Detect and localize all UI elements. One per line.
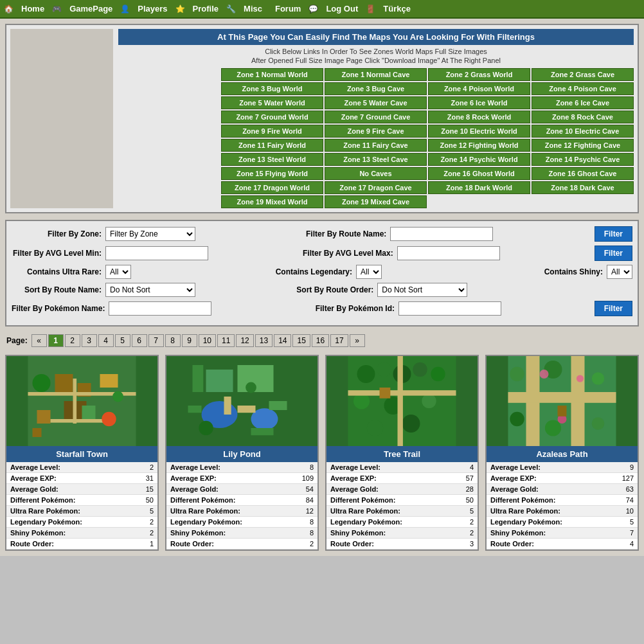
zone-btn[interactable]: Zone 10 Electric World [428, 125, 530, 138]
zone-btn[interactable]: Zone 3 Bug Cave [325, 82, 427, 95]
svg-point-47 [592, 372, 605, 385]
nav-logout[interactable]: Log Out [321, 1, 363, 16]
zone-btn[interactable]: Zone 2 Grass World [428, 68, 530, 81]
filter-btn-1[interactable]: Filter [595, 226, 632, 242]
stat-value: 74 [626, 496, 634, 504]
page-btn[interactable]: 3 [82, 334, 97, 347]
page-btn[interactable]: « [31, 334, 47, 347]
zone-btn[interactable]: Zone 19 Mixed Cave [325, 195, 427, 208]
page-btn[interactable]: 9 [182, 334, 197, 347]
map-thumbnail[interactable] [487, 356, 638, 446]
zone-btn[interactable]: Zone 13 Steel World [221, 153, 323, 166]
stat-value: 50 [466, 496, 474, 504]
map-thumbnail[interactable] [166, 356, 318, 446]
zone-btn[interactable]: Zone 11 Fairy Cave [325, 139, 427, 152]
stat-row: Average EXP:127 [487, 473, 638, 484]
avg-level-max-input[interactable] [397, 246, 500, 260]
zone-btn[interactable]: Zone 15 Flying World [221, 167, 323, 180]
stat-row: Average Level:9 [487, 462, 638, 473]
zone-btn[interactable]: Zone 7 Ground Cave [325, 111, 427, 123]
page-btn[interactable]: 11 [217, 334, 235, 347]
zone-btn[interactable]: Zone 8 Rock World [428, 111, 530, 123]
nav-misc[interactable]: Misc [238, 1, 267, 16]
filter-row-4: Sort By Route Name: Do Not Sort Sort By … [12, 283, 632, 297]
stat-row: Legendary Pokémon:2 [6, 517, 157, 528]
zone-btn[interactable]: Zone 6 Ice Cave [532, 96, 634, 109]
map-thumbnail[interactable] [6, 356, 157, 446]
legendary-label: Contains Legendary: [262, 267, 352, 276]
pokemon-name-input[interactable] [109, 301, 211, 316]
nav-profile[interactable]: Profile [188, 1, 224, 16]
page-btn[interactable]: 10 [199, 334, 216, 347]
zone-btn[interactable]: Zone 5 Water Cave [325, 96, 427, 109]
nav-home[interactable]: Home [16, 1, 49, 16]
avg-level-min-input[interactable] [105, 246, 208, 260]
page-btn[interactable]: 5 [115, 334, 130, 347]
page-btn[interactable]: 12 [236, 334, 253, 347]
page-btn[interactable]: 6 [132, 334, 147, 347]
zone-btn[interactable]: Zone 4 Poison World [428, 82, 530, 95]
page-btn[interactable]: 8 [165, 334, 181, 347]
zone-btn[interactable]: Zone 8 Rock Cave [532, 111, 634, 123]
filter-zone-select[interactable]: Filter By Zone [105, 227, 195, 241]
page-btn[interactable]: 1 [48, 334, 64, 347]
stat-row: Average Level:2 [6, 462, 157, 473]
zone-btn[interactable]: Zone 16 Ghost World [428, 167, 530, 180]
nav-language[interactable]: Türkçe [378, 1, 416, 16]
legendary-select[interactable]: All [356, 265, 382, 279]
stat-value: 10 [626, 507, 634, 515]
zone-btn[interactable]: Zone 14 Psychic World [428, 153, 530, 166]
zone-btn[interactable]: Zone 9 Fire Cave [325, 125, 427, 138]
svg-point-29 [377, 362, 391, 377]
stat-value: 127 [622, 474, 634, 482]
zone-btn[interactable]: No Caves [325, 167, 427, 180]
zone-btn[interactable]: Zone 9 Fire World [221, 125, 323, 138]
svg-point-9 [102, 412, 116, 426]
map-thumbnail[interactable] [326, 356, 478, 446]
zone-btn[interactable]: Zone 19 Mixed World [221, 195, 323, 208]
zone-btn[interactable]: Zone 3 Bug World [221, 82, 323, 95]
pokemon-id-input[interactable] [398, 301, 501, 316]
zone-btn[interactable]: Zone 13 Steel Cave [325, 153, 427, 166]
zone-btn[interactable]: Zone 4 Poison Cave [532, 82, 634, 95]
zone-btn[interactable]: Zone 12 Fighting World [428, 139, 530, 152]
page-btn[interactable]: 13 [255, 334, 273, 347]
ultra-rare-select[interactable]: All [105, 265, 131, 279]
zone-btn[interactable]: Zone 1 Normal World [221, 68, 323, 81]
zone-btn[interactable]: Zone 7 Ground World [221, 111, 323, 123]
page-btn[interactable]: 15 [292, 334, 310, 347]
filter-route-input[interactable] [390, 227, 493, 241]
filter-btn-2[interactable]: Filter [595, 246, 632, 261]
zone-btn[interactable]: Zone 18 Dark World [428, 181, 530, 194]
sort-route-order-select[interactable]: Do Not Sort [377, 283, 467, 297]
pagination: Page: «1234567891011121314151617» [5, 333, 639, 348]
zone-btn[interactable]: Zone 6 Ice World [428, 96, 530, 109]
zone-btn[interactable]: Zone 10 Electric Cave [532, 125, 634, 138]
page-btn[interactable]: 4 [98, 334, 114, 347]
page-btn[interactable]: 14 [274, 334, 291, 347]
zone-btn[interactable]: Zone 16 Ghost Cave [532, 167, 634, 180]
zone-btn[interactable]: Zone 5 Water World [221, 96, 323, 109]
shiny-select[interactable]: All [607, 265, 632, 279]
nav-forum[interactable]: Forum [270, 1, 306, 16]
page-btn[interactable]: » [350, 334, 365, 347]
page-btn[interactable]: 17 [330, 334, 348, 347]
page-btn[interactable]: 7 [148, 334, 164, 347]
zone-btn[interactable]: Zone 17 Dragon World [221, 181, 323, 194]
filter-btn-3[interactable]: Filter [595, 301, 632, 316]
zone-btn[interactable]: Zone 18 Dark Cave [532, 181, 634, 194]
nav-gamepage[interactable]: GamePage [64, 1, 118, 16]
zone-btn[interactable]: Zone 1 Normal Cave [325, 68, 427, 81]
stat-row: Shiny Pokémon:2 [326, 528, 478, 539]
zone-btn[interactable]: Zone 11 Fairy World [221, 139, 323, 152]
zone-btn[interactable]: Zone 14 Psychic Cave [532, 153, 634, 166]
zone-btn[interactable]: Zone 17 Dragon Cave [325, 181, 427, 194]
page-btn[interactable]: 2 [65, 334, 80, 347]
svg-point-23 [246, 382, 256, 393]
zone-btn[interactable]: Zone 12 Fighting Cave [532, 139, 634, 152]
svg-rect-20 [269, 401, 287, 410]
nav-players[interactable]: Players [132, 1, 172, 16]
page-btn[interactable]: 16 [312, 334, 329, 347]
sort-route-name-select[interactable]: Do Not Sort [105, 283, 195, 297]
zone-btn[interactable]: Zone 2 Grass Cave [532, 68, 634, 81]
